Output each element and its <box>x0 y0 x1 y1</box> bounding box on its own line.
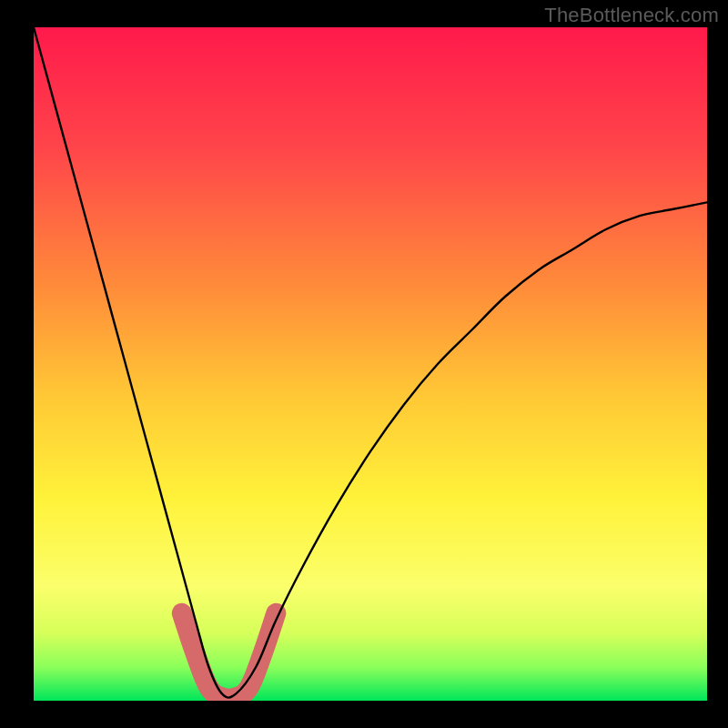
chart-frame: TheBottleneck.com <box>0 0 728 728</box>
bottleneck-chart <box>0 0 728 728</box>
plot-background <box>34 27 707 701</box>
watermark-text: TheBottleneck.com <box>544 4 719 27</box>
